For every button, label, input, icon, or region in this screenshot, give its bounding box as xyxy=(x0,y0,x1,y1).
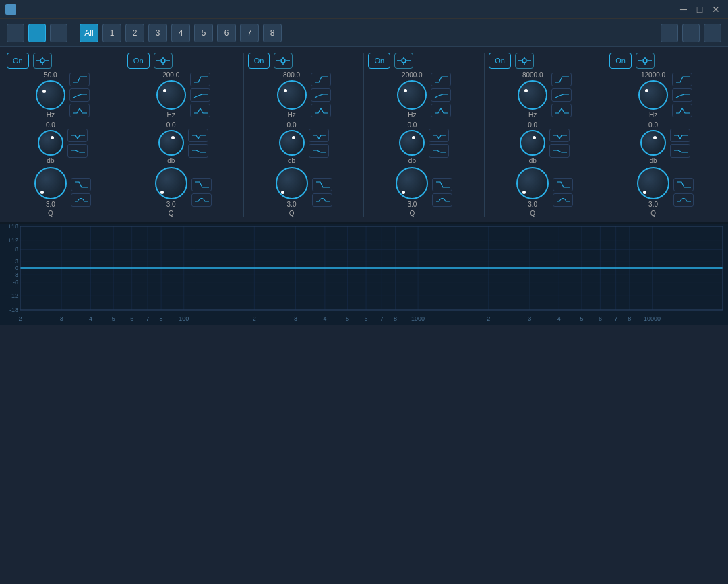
flat-button[interactable] xyxy=(7,24,24,42)
maximize-button[interactable]: □ xyxy=(693,4,706,15)
close-button[interactable]: ✕ xyxy=(709,4,723,15)
filter-pk-btn-2[interactable] xyxy=(190,104,210,117)
band-on-button-4[interactable]: On xyxy=(368,53,390,69)
paste-button[interactable] xyxy=(704,24,721,42)
band-header-3: On xyxy=(248,53,360,69)
band-header-6: On xyxy=(609,53,721,69)
filter-hs-btn-5[interactable] xyxy=(549,144,570,158)
b-button[interactable] xyxy=(50,24,67,42)
filter-pk-btn-3[interactable] xyxy=(311,104,331,117)
filter-hp-btn-4[interactable] xyxy=(431,73,451,86)
freq-knob-5[interactable] xyxy=(518,80,547,110)
filter-lp-btn-1[interactable] xyxy=(71,178,91,191)
filter-hp-btn-3[interactable] xyxy=(311,73,331,86)
filter-lp-btn-5[interactable] xyxy=(553,178,573,191)
q-knob-2[interactable] xyxy=(155,167,187,199)
filter-notch-btn-6[interactable] xyxy=(670,129,690,142)
filter-ls-btn-5[interactable] xyxy=(551,88,572,102)
filter-bp-btn-6[interactable] xyxy=(673,193,694,207)
filter-hp-btn-2[interactable] xyxy=(190,73,210,86)
freq-knob-3[interactable] xyxy=(277,80,307,110)
filter-ls-btn-1[interactable] xyxy=(69,88,90,102)
filter-pk-btn-4[interactable] xyxy=(431,104,451,117)
filter-pk-btn-1[interactable] xyxy=(69,104,90,117)
gain-knob-5[interactable] xyxy=(520,130,545,156)
filter-bp-btn-3[interactable] xyxy=(312,193,332,207)
filter-hs-btn-6[interactable] xyxy=(670,144,690,158)
filter-hs-btn-2[interactable] xyxy=(188,144,208,158)
band-filter-button-3[interactable] xyxy=(274,53,293,69)
filter-ls-btn-4[interactable] xyxy=(431,88,451,102)
channel-1-button[interactable]: 1 xyxy=(102,24,121,42)
filter-notch-btn-3[interactable] xyxy=(309,129,329,142)
filter-lp-btn-4[interactable] xyxy=(432,178,452,191)
minimize-button[interactable]: ─ xyxy=(677,4,690,15)
gain-knob-1[interactable] xyxy=(38,130,63,156)
gain-knob-2[interactable] xyxy=(158,130,184,156)
filter-lp-btn-6[interactable] xyxy=(673,178,694,191)
filter-notch-btn-4[interactable] xyxy=(429,129,449,142)
q-knob-5[interactable] xyxy=(516,167,549,199)
gain-knob-container-6: 0.0 db xyxy=(640,121,666,164)
band-on-button-2[interactable]: On xyxy=(127,53,150,69)
freq-knob-2[interactable] xyxy=(156,80,186,110)
band-filter-button-2[interactable] xyxy=(154,53,173,69)
channel-all-button[interactable]: All xyxy=(80,24,98,42)
filter-pk-btn-5[interactable] xyxy=(551,104,572,117)
gain-knob-6[interactable] xyxy=(640,130,666,156)
channel-4-button[interactable]: 4 xyxy=(171,24,190,42)
filter-bp-btn-5[interactable] xyxy=(553,193,573,207)
gain-knob-4[interactable] xyxy=(399,130,425,156)
band-filter-button-5[interactable] xyxy=(515,53,534,69)
q-label-2: Q xyxy=(169,209,174,217)
a-button[interactable] xyxy=(28,24,46,42)
freq-knob-6[interactable] xyxy=(638,80,668,110)
q-knob-1[interactable] xyxy=(34,167,67,199)
gain-knob-container-2: 0.0 db xyxy=(158,121,184,164)
filter-bp-btn-4[interactable] xyxy=(432,193,452,207)
filter-notch-btn-2[interactable] xyxy=(188,129,208,142)
filter-ls-btn-6[interactable] xyxy=(672,88,692,102)
channel-5-button[interactable]: 5 xyxy=(194,24,213,42)
filter-hp-btn-1[interactable] xyxy=(69,73,90,86)
filter-pk-btn-6[interactable] xyxy=(672,104,692,117)
band-on-button-3[interactable]: On xyxy=(248,53,270,69)
channel-8-button[interactable]: 8 xyxy=(263,24,282,42)
gain-value-5: 0.0 xyxy=(528,121,537,129)
channel-2-button[interactable]: 2 xyxy=(125,24,144,42)
band-filter-button-6[interactable] xyxy=(636,53,655,69)
filter-ls-btn-3[interactable] xyxy=(311,88,331,102)
gain-value-4: 0.0 xyxy=(407,121,417,129)
q-value-6: 3.0 xyxy=(648,201,658,208)
channel-7-button[interactable]: 7 xyxy=(240,24,259,42)
copy-all-button[interactable] xyxy=(682,24,700,42)
filter-hs-btn-4[interactable] xyxy=(429,144,449,158)
filter-hp-btn-5[interactable] xyxy=(551,73,572,86)
filter-hp-btn-6[interactable] xyxy=(672,73,692,86)
band-on-button-5[interactable]: On xyxy=(489,53,511,69)
filter-notch-btn-1[interactable] xyxy=(67,129,88,142)
band-on-button-1[interactable]: On xyxy=(7,53,29,69)
filter-bp-btn-2[interactable] xyxy=(191,193,212,207)
band-filter-button-1[interactable] xyxy=(33,53,52,69)
freq-row-3: 800.0 Hz xyxy=(277,71,331,119)
freq-knob-4[interactable] xyxy=(397,80,427,110)
filter-ls-btn-2[interactable] xyxy=(190,88,210,102)
q-knob-4[interactable] xyxy=(396,167,428,199)
q-knob-6[interactable] xyxy=(637,167,669,199)
ch-copy-button[interactable] xyxy=(661,24,678,42)
filter-notch-btn-5[interactable] xyxy=(549,129,570,142)
channel-6-button[interactable]: 6 xyxy=(217,24,236,42)
gain-knob-3[interactable] xyxy=(279,130,305,156)
q-knob-3[interactable] xyxy=(276,167,308,199)
channel-3-button[interactable]: 3 xyxy=(148,24,167,42)
filter-bp-btn-1[interactable] xyxy=(71,193,91,207)
filter-hs-btn-3[interactable] xyxy=(309,144,329,158)
filter-lp-btn-2[interactable] xyxy=(191,178,212,191)
filter-hs-btn-1[interactable] xyxy=(67,144,88,158)
band-on-button-6[interactable]: On xyxy=(609,53,632,69)
band-filter-button-4[interactable] xyxy=(394,53,413,69)
freq-knob-1[interactable] xyxy=(36,80,65,110)
filter-lp-btn-3[interactable] xyxy=(312,178,332,191)
q-label-1: Q xyxy=(48,209,53,217)
